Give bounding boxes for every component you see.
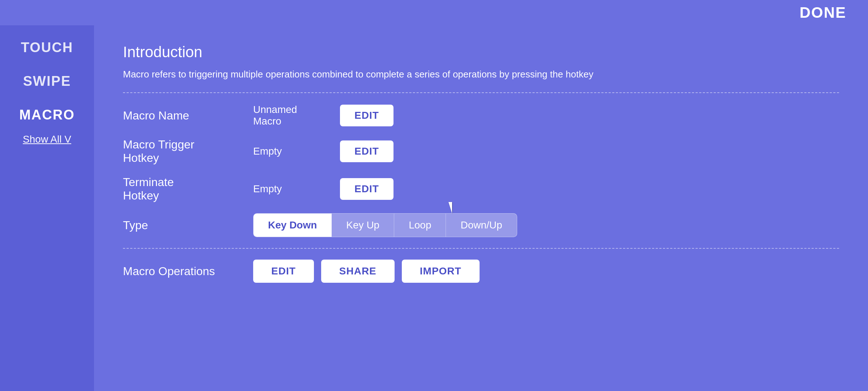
macro-operations-label: Macro Operations [123,265,239,278]
type-down-up[interactable]: Down/Up [446,214,516,237]
macro-trigger-edit-button[interactable]: EDIT [340,140,393,162]
divider-top [123,92,839,93]
type-selector: Key Down Key Up Loop Down/Up [253,213,517,237]
type-row: Type Key Down Key Up Loop Down/Up [123,213,839,237]
top-bar: DONE [0,0,868,25]
macro-name-label: Macro Name [123,109,239,122]
macro-ops-import-button[interactable]: IMPORT [402,260,480,283]
terminate-hotkey-value: Empty [253,183,326,195]
macro-name-edit-button[interactable]: EDIT [340,105,393,126]
type-label: Type [123,219,239,232]
terminate-hotkey-edit-button[interactable]: EDIT [340,178,393,200]
macro-trigger-label: Macro TriggerHotkey [123,138,239,165]
type-key-down[interactable]: Key Down [254,214,332,237]
section-description: Macro refers to triggering multiple oper… [123,67,839,81]
ops-buttons: EDIT SHARE IMPORT [253,260,480,283]
terminate-hotkey-label: TerminateHotkey [123,176,239,202]
section-title: Introduction [123,43,839,61]
macro-trigger-value: Empty [253,146,326,157]
macro-name-value: UnnamedMacro [253,104,326,127]
macro-name-row: Macro Name UnnamedMacro EDIT [123,104,839,127]
macro-trigger-row: Macro TriggerHotkey Empty EDIT [123,138,839,165]
sidebar-item-swipe[interactable]: SWIPE [23,73,71,89]
sidebar-item-macro[interactable]: MACRO [19,107,75,123]
sidebar: TOUCH SWIPE MACRO Show All V [0,25,94,391]
macro-ops-share-button[interactable]: SHARE [321,260,395,283]
content-area: Introduction Macro refers to triggering … [94,25,868,391]
main-layout: TOUCH SWIPE MACRO Show All V Introductio… [0,25,868,391]
macro-operations-row: Macro Operations EDIT SHARE IMPORT [123,260,839,283]
terminate-hotkey-row: TerminateHotkey Empty EDIT [123,176,839,202]
type-key-up[interactable]: Key Up [332,214,394,237]
divider-bottom [123,248,839,249]
done-button[interactable]: DONE [800,4,846,21]
show-all-link[interactable]: Show All V [23,134,71,145]
macro-ops-edit-button[interactable]: EDIT [253,260,314,283]
sidebar-item-touch[interactable]: TOUCH [21,40,73,55]
type-loop[interactable]: Loop [394,214,446,237]
